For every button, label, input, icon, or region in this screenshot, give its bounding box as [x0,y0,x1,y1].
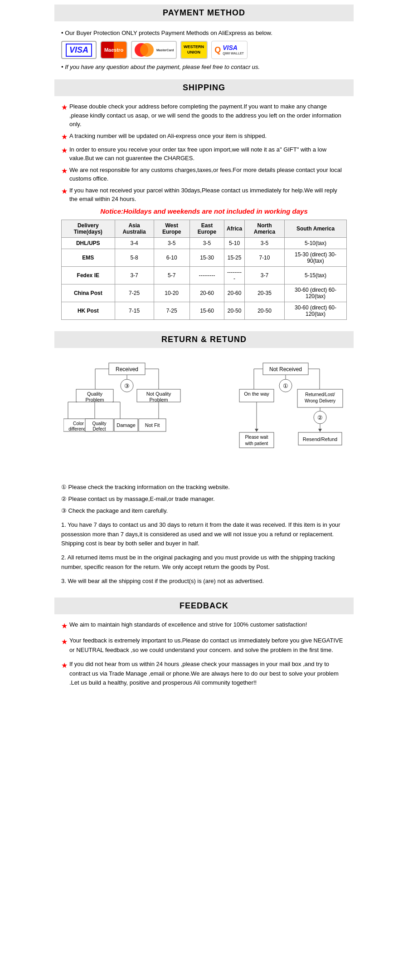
shipping-table: Delivery Time(days) Asia Australia West … [61,220,347,320]
table-cell: 15-30 (direct) 30-90(tax) [285,249,347,266]
flowchart: Received ③ Quality Problem Not Qualit [61,358,347,478]
return-header: RETURN & RETUND [54,331,354,348]
table-cell: --------- [224,266,245,284]
svg-text:Resend/Refund: Resend/Refund [303,436,337,442]
return-note-2: ② Please contact us by massage,E-mail,or… [61,494,347,504]
maestro-icon: Maestro [100,41,127,59]
shipping-header: SHIPPING [54,79,354,96]
svg-text:Returned/Lost/: Returned/Lost/ [305,392,335,397]
table-cell: 7-10 [244,249,284,266]
star-icon-2: ★ [61,132,68,142]
table-cell: 15-60 [189,302,224,319]
star-feedback-3: ★ [61,660,68,688]
payment-icons-row: VISA Maestro MasterCard WESTERNUNION Q V… [61,41,347,59]
svg-text:with patient: with patient [245,441,268,446]
col-header-5: North America [244,220,284,237]
table-cell: 5-8 [115,249,154,266]
col-header-1: Asia Australia [115,220,154,237]
svg-text:Not Received: Not Received [269,366,302,372]
shipping-item-5: ★ If you have not received your parcel w… [61,186,347,204]
table-cell: 7-25 [154,302,189,319]
payment-bullet: • Our Buyer Protection ONLY protects Pay… [61,29,347,36]
table-cell: 20-60 [189,284,224,302]
table-cell: HK Post [62,302,115,319]
col-header-0: Delivery Time(days) [62,220,115,237]
col-header-3: East Europe [189,220,224,237]
col-header-2: West Europe [154,220,189,237]
table-cell: 3-5 [189,237,224,249]
shipping-section: SHIPPING ★ Please double check your addr… [54,79,354,327]
svg-text:Defect: Defect [93,426,106,431]
star-feedback-1: ★ [61,620,68,632]
table-cell: 5-7 [154,266,189,284]
col-header-6: South America [285,220,347,237]
svg-marker-61 [318,429,322,432]
table-cell: 10-20 [154,284,189,302]
visa-icon: VISA [61,41,97,59]
table-cell: 5-10(tax) [285,237,347,249]
shipping-item-4: ★ We are not responsible for any customs… [61,166,347,183]
return-note-3: ③ Check the package and item carefully. [61,506,347,516]
return-rule-2: 2. All returned items must be in the ori… [61,553,347,572]
return-note-1: ① Please check the tracking information … [61,482,347,492]
table-cell: --------- [189,266,224,284]
table-cell: 20-35 [244,284,284,302]
svg-text:Wrong Delivery: Wrong Delivery [305,398,335,403]
table-cell: 30-60 (direct) 60-120(tax) [285,302,347,319]
shipping-item-3: ★ In order to ensure you receive your or… [61,145,347,163]
table-row: DHL/UPS3-43-53-55-103-55-10(tax) [62,237,347,249]
table-cell: 6-10 [154,249,189,266]
shipping-item-2: ★ A tracking number will be updated on A… [61,132,347,142]
feedback-item-2: ★ Your feedback is extremely important t… [61,636,347,655]
svg-text:Quality: Quality [87,391,103,397]
table-cell: 3-5 [154,237,189,249]
svg-text:②: ② [317,414,323,421]
table-cell: 3-5 [244,237,284,249]
table-cell: 7-15 [115,302,154,319]
return-rule-3: 3. We will bear all the shipping cost if… [61,577,347,586]
svg-text:Color: Color [73,421,84,426]
table-cell: DHL/UPS [62,237,115,249]
payment-bullet-text: Our Buyer Protection ONLY protects Payme… [65,29,272,36]
table-cell: EMS [62,249,115,266]
table-cell: 3-7 [244,266,284,284]
svg-text:Problem: Problem [150,397,168,402]
svg-text:Problem: Problem [86,397,104,402]
table-row: Fedex IE3-75-7------------------3-75-15(… [62,266,347,284]
feedback-header: FEEDBACK [54,598,354,614]
svg-text:Damage: Damage [117,422,136,428]
table-cell: 20-50 [224,302,245,319]
feedback-item-3: ★ If you did not hear from us within 24 … [61,660,347,688]
western-union-icon: WESTERNUNION [180,41,208,59]
bullet-dot: • [61,29,65,36]
star-feedback-2: ★ [61,636,68,655]
table-row: EMS5-86-1015-3015-257-1015-30 (direct) 3… [62,249,347,266]
svg-text:Not Fit: Not Fit [145,422,160,428]
svg-text:③: ③ [124,382,130,389]
qiwi-visa-icon: Q VISA QIWI WALLET [211,41,248,59]
col-header-4: Africa [224,220,245,237]
return-rule-1: 1. You have 7 days to contact us and 30 … [61,520,347,549]
svg-text:Received: Received [116,366,138,372]
table-row: China Post7-2510-2020-6020-6020-3530-60 … [62,284,347,302]
star-icon-1: ★ [61,102,68,129]
table-cell: 30-60 (direct) 60-120(tax) [285,284,347,302]
payment-header: PAYMENT METHOD [54,5,354,21]
return-notes: ① Please check the tracking information … [61,482,347,516]
star-icon-5: ★ [61,186,68,204]
table-cell: 5-15(tax) [285,266,347,284]
svg-marker-56 [255,429,258,432]
payment-note: • If you have any question about the pay… [61,64,347,70]
table-row: HK Post7-157-2515-6020-5020-5030-60 (dir… [62,302,347,319]
svg-text:Quality: Quality [92,421,106,426]
svg-text:Please wait: Please wait [245,435,268,440]
return-rules: 1. You have 7 days to contact us and 30 … [61,520,347,586]
table-cell: 20-50 [244,302,284,319]
table-cell: Fedex IE [62,266,115,284]
shipping-item-1: ★ Please double check your address befor… [61,102,347,129]
table-cell: 15-30 [189,249,224,266]
return-section: RETURN & RETUND Received ③ [54,331,354,593]
table-cell: China Post [62,284,115,302]
feedback-item-1: ★ We aim to maintain high standards of e… [61,620,347,632]
table-cell: 20-60 [224,284,245,302]
